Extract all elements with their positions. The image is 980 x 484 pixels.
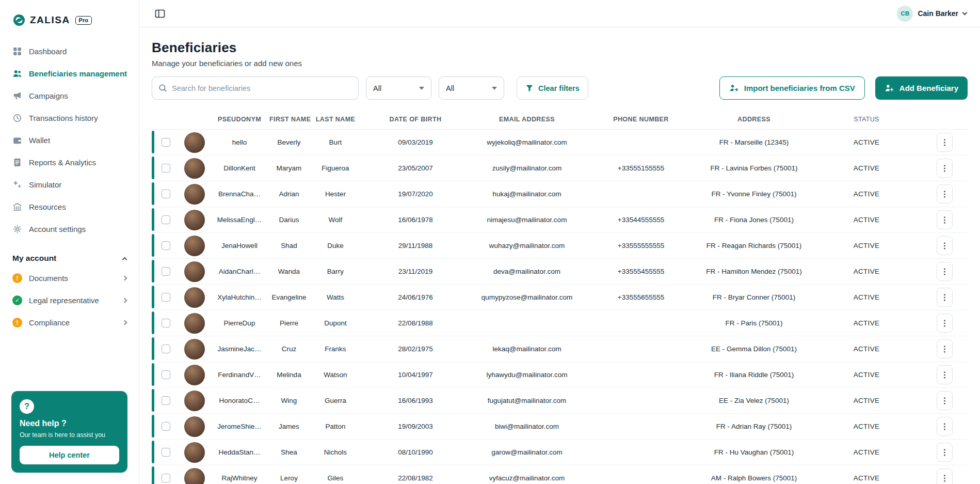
sidebar-item-campaigns[interactable]: Campaigns <box>7 85 132 107</box>
row-checkbox[interactable] <box>162 448 170 457</box>
row-checkbox[interactable] <box>162 267 170 276</box>
first-name-cell: Wanda <box>269 268 309 275</box>
row-actions-button[interactable]: ⋮ <box>937 365 953 384</box>
help-center-button[interactable]: Help center <box>20 446 119 464</box>
beneficiary-avatar <box>184 158 205 179</box>
pseudonym-cell: PierreDup <box>210 319 269 327</box>
table-row: FerdinandV… Melinda Watson 10/04/1997 ly… <box>152 362 968 388</box>
column-header-first-name: FIRST NAME <box>269 116 309 123</box>
filter-select-1[interactable]: All <box>366 76 431 100</box>
row-actions-button[interactable]: ⋮ <box>937 417 953 436</box>
sidebar-item-account-settings[interactable]: Account settings <box>7 218 132 240</box>
sidebar-item-compliance[interactable]: ! Compliance <box>7 311 132 334</box>
row-actions-button[interactable]: ⋮ <box>937 262 953 281</box>
pseudonym-cell: HonoratoC… <box>210 397 269 404</box>
my-account-title: My account <box>12 254 56 263</box>
clear-filters-button[interactable]: Clear filters <box>517 76 588 100</box>
status-cell: ACTIVE <box>811 216 922 224</box>
dob-cell: 19/09/2003 <box>362 423 469 430</box>
sidebar-toggle-button[interactable] <box>154 8 166 20</box>
row-checkbox[interactable] <box>162 138 170 147</box>
page-subtitle: Manage your beneficiaries or add new one… <box>152 59 968 68</box>
sidebar-item-simulator[interactable]: Simulator <box>7 174 132 196</box>
row-checkbox[interactable] <box>162 319 170 327</box>
sidebar-item-resources[interactable]: Resources <box>7 196 132 218</box>
sidebar-item-legal-representative[interactable]: ✓ Legal representative <box>7 289 132 311</box>
row-actions-button[interactable]: ⋮ <box>937 314 953 333</box>
my-account-header[interactable]: My account <box>7 249 132 267</box>
search-icon <box>158 84 167 92</box>
table-row: PierreDup Pierre Dupont 22/08/1988 FR - … <box>152 310 968 336</box>
sidebar-item-documents[interactable]: ! Documents <box>7 267 132 289</box>
row-checkbox[interactable] <box>162 345 170 353</box>
kebab-icon: ⋮ <box>941 268 949 276</box>
row-checkbox[interactable] <box>162 422 170 431</box>
sidebar-item-label: Compliance <box>29 318 116 327</box>
row-actions-button[interactable]: ⋮ <box>937 236 953 255</box>
email-cell: vyfacuz@mailinator.com <box>469 474 585 482</box>
sidebar-item-label: Dashboard <box>29 47 67 56</box>
last-name-cell: Duke <box>309 242 362 249</box>
page-content: Beneficiaries Manage your beneficiaries … <box>139 27 980 484</box>
beneficiary-avatar <box>184 236 205 256</box>
sidebar-item-label: Resources <box>29 202 66 211</box>
row-checkbox[interactable] <box>162 370 170 379</box>
row-checkbox[interactable] <box>162 190 170 198</box>
row-actions-button[interactable]: ⋮ <box>937 391 953 410</box>
dob-cell: 08/10/1990 <box>362 448 469 456</box>
sidebar-item-reports-analytics[interactable]: Reports & Analytics <box>7 151 132 174</box>
dob-cell: 23/11/2019 <box>362 268 469 275</box>
row-actions-button[interactable]: ⋮ <box>937 133 953 152</box>
row-actions-button[interactable]: ⋮ <box>937 184 953 204</box>
phone-cell: +33544555555 <box>585 216 697 224</box>
pseudonym-cell: HeddaStan… <box>210 448 269 456</box>
first-name-cell: Leroy <box>269 474 309 482</box>
filter-icon <box>525 84 534 92</box>
address-cell: FR - Paris (75001) <box>697 319 811 327</box>
sidebar-item-beneficiaries-management[interactable]: Beneficiaries management <box>7 63 132 85</box>
row-actions-button[interactable]: ⋮ <box>937 339 953 358</box>
last-name-cell: Patton <box>309 423 362 430</box>
row-actions-button[interactable]: ⋮ <box>937 159 953 178</box>
bank-icon <box>12 202 22 212</box>
add-beneficiary-button[interactable]: Add Beneficiary <box>875 76 968 100</box>
last-name-cell: Giles <box>309 474 362 482</box>
search-input[interactable] <box>172 84 352 92</box>
filter-select-2[interactable]: All <box>439 76 504 100</box>
pseudonym-cell: JenaHowell <box>210 242 269 249</box>
table-row: JenaHowell Shad Duke 29/11/1988 wuhazy@m… <box>152 233 968 259</box>
column-header-address: ADDRESS <box>697 116 811 123</box>
beneficiary-avatar <box>184 468 205 484</box>
row-checkbox[interactable] <box>162 241 170 250</box>
row-checkbox[interactable] <box>162 215 170 224</box>
row-actions-button[interactable]: ⋮ <box>937 288 953 307</box>
sidebar-nav: Dashboard Beneficiaries management Campa… <box>0 36 139 240</box>
row-checkbox[interactable] <box>162 396 170 405</box>
history-icon <box>12 113 22 123</box>
help-title: Need help ? <box>20 419 119 428</box>
status-cell: ACTIVE <box>811 138 922 146</box>
table-row: XylaHutchin… Evangeline Watts 24/06/1976… <box>152 285 968 310</box>
first-name-cell: Evangeline <box>269 293 309 301</box>
first-name-cell: Beverly <box>269 138 309 146</box>
sidebar-item-wallet[interactable]: Wallet <box>7 129 132 151</box>
sidebar-item-transactions-history[interactable]: Transactions history <box>7 107 132 129</box>
sidebar-item-dashboard[interactable]: Dashboard <box>7 40 132 63</box>
row-checkbox[interactable] <box>162 164 170 173</box>
first-name-cell: Pierre <box>269 319 309 327</box>
first-name-cell: Adrian <box>269 190 309 198</box>
import-csv-button[interactable]: Import beneficiaries from CSV <box>719 76 865 100</box>
row-checkbox[interactable] <box>162 474 170 482</box>
address-cell: FR - Hu Vaughan (75001) <box>697 448 811 456</box>
user-menu[interactable]: CB Cain Barker <box>897 6 967 22</box>
status-cell: ACTIVE <box>811 448 922 456</box>
kebab-icon: ⋮ <box>941 345 949 353</box>
row-actions-button[interactable]: ⋮ <box>937 469 953 484</box>
beneficiary-avatar <box>184 261 205 282</box>
email-cell: wyjekoliq@mailinator.com <box>469 138 585 146</box>
status-cell: ACTIVE <box>811 268 922 275</box>
row-actions-button[interactable]: ⋮ <box>937 443 953 462</box>
row-checkbox[interactable] <box>162 293 170 302</box>
row-actions-button[interactable]: ⋮ <box>937 210 953 229</box>
table-row: MelissaEngl… Darius Wolf 16/06/1978 nima… <box>152 207 968 233</box>
